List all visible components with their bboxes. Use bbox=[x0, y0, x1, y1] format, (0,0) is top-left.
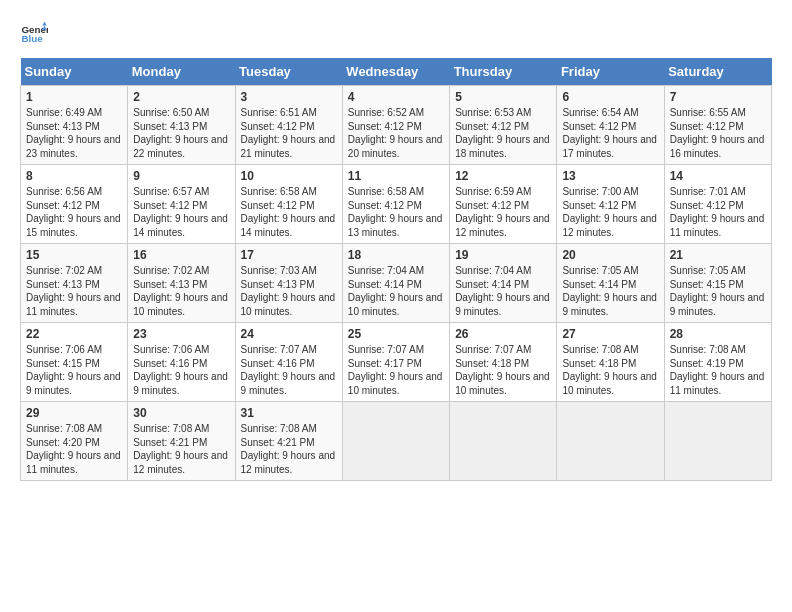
day-detail: Sunrise: 7:08 AMSunset: 4:19 PMDaylight:… bbox=[670, 343, 766, 397]
calendar-day-cell: 10Sunrise: 6:58 AMSunset: 4:12 PMDayligh… bbox=[235, 165, 342, 244]
calendar-day-cell: 12Sunrise: 6:59 AMSunset: 4:12 PMDayligh… bbox=[450, 165, 557, 244]
day-detail: Sunrise: 7:02 AMSunset: 4:13 PMDaylight:… bbox=[133, 264, 229, 318]
day-number: 16 bbox=[133, 248, 229, 262]
day-number: 23 bbox=[133, 327, 229, 341]
day-number: 11 bbox=[348, 169, 444, 183]
day-detail: Sunrise: 6:54 AMSunset: 4:12 PMDaylight:… bbox=[562, 106, 658, 160]
day-detail: Sunrise: 7:02 AMSunset: 4:13 PMDaylight:… bbox=[26, 264, 122, 318]
calendar-day-cell: 20Sunrise: 7:05 AMSunset: 4:14 PMDayligh… bbox=[557, 244, 664, 323]
day-number: 2 bbox=[133, 90, 229, 104]
calendar-day-cell: 9Sunrise: 6:57 AMSunset: 4:12 PMDaylight… bbox=[128, 165, 235, 244]
calendar-day-cell: 31Sunrise: 7:08 AMSunset: 4:21 PMDayligh… bbox=[235, 402, 342, 481]
day-number: 13 bbox=[562, 169, 658, 183]
day-detail: Sunrise: 6:57 AMSunset: 4:12 PMDaylight:… bbox=[133, 185, 229, 239]
calendar-day-cell: 13Sunrise: 7:00 AMSunset: 4:12 PMDayligh… bbox=[557, 165, 664, 244]
day-number: 19 bbox=[455, 248, 551, 262]
calendar-day-cell bbox=[664, 402, 771, 481]
calendar-table: SundayMondayTuesdayWednesdayThursdayFrid… bbox=[20, 58, 772, 481]
calendar-day-cell: 17Sunrise: 7:03 AMSunset: 4:13 PMDayligh… bbox=[235, 244, 342, 323]
day-number: 17 bbox=[241, 248, 337, 262]
day-detail: Sunrise: 7:08 AMSunset: 4:21 PMDaylight:… bbox=[241, 422, 337, 476]
calendar-day-cell: 5Sunrise: 6:53 AMSunset: 4:12 PMDaylight… bbox=[450, 86, 557, 165]
header: General Blue bbox=[20, 20, 772, 48]
day-detail: Sunrise: 7:05 AMSunset: 4:14 PMDaylight:… bbox=[562, 264, 658, 318]
day-number: 20 bbox=[562, 248, 658, 262]
calendar-day-cell bbox=[450, 402, 557, 481]
day-detail: Sunrise: 7:00 AMSunset: 4:12 PMDaylight:… bbox=[562, 185, 658, 239]
calendar-day-cell: 29Sunrise: 7:08 AMSunset: 4:20 PMDayligh… bbox=[21, 402, 128, 481]
logo-icon: General Blue bbox=[20, 20, 48, 48]
day-detail: Sunrise: 6:53 AMSunset: 4:12 PMDaylight:… bbox=[455, 106, 551, 160]
day-detail: Sunrise: 7:06 AMSunset: 4:15 PMDaylight:… bbox=[26, 343, 122, 397]
day-number: 8 bbox=[26, 169, 122, 183]
day-number: 25 bbox=[348, 327, 444, 341]
calendar-week-row: 15Sunrise: 7:02 AMSunset: 4:13 PMDayligh… bbox=[21, 244, 772, 323]
day-detail: Sunrise: 7:01 AMSunset: 4:12 PMDaylight:… bbox=[670, 185, 766, 239]
day-number: 27 bbox=[562, 327, 658, 341]
calendar-week-row: 8Sunrise: 6:56 AMSunset: 4:12 PMDaylight… bbox=[21, 165, 772, 244]
day-number: 10 bbox=[241, 169, 337, 183]
day-number: 14 bbox=[670, 169, 766, 183]
day-number: 24 bbox=[241, 327, 337, 341]
header-saturday: Saturday bbox=[664, 58, 771, 86]
calendar-day-cell: 15Sunrise: 7:02 AMSunset: 4:13 PMDayligh… bbox=[21, 244, 128, 323]
day-number: 26 bbox=[455, 327, 551, 341]
day-number: 15 bbox=[26, 248, 122, 262]
day-number: 28 bbox=[670, 327, 766, 341]
day-number: 9 bbox=[133, 169, 229, 183]
calendar-day-cell: 8Sunrise: 6:56 AMSunset: 4:12 PMDaylight… bbox=[21, 165, 128, 244]
calendar-day-cell: 27Sunrise: 7:08 AMSunset: 4:18 PMDayligh… bbox=[557, 323, 664, 402]
day-detail: Sunrise: 6:59 AMSunset: 4:12 PMDaylight:… bbox=[455, 185, 551, 239]
header-wednesday: Wednesday bbox=[342, 58, 449, 86]
calendar-day-cell: 14Sunrise: 7:01 AMSunset: 4:12 PMDayligh… bbox=[664, 165, 771, 244]
day-detail: Sunrise: 7:08 AMSunset: 4:20 PMDaylight:… bbox=[26, 422, 122, 476]
day-detail: Sunrise: 7:08 AMSunset: 4:21 PMDaylight:… bbox=[133, 422, 229, 476]
day-number: 22 bbox=[26, 327, 122, 341]
calendar-day-cell bbox=[342, 402, 449, 481]
day-detail: Sunrise: 7:04 AMSunset: 4:14 PMDaylight:… bbox=[455, 264, 551, 318]
header-thursday: Thursday bbox=[450, 58, 557, 86]
day-number: 4 bbox=[348, 90, 444, 104]
calendar-day-cell: 18Sunrise: 7:04 AMSunset: 4:14 PMDayligh… bbox=[342, 244, 449, 323]
calendar-day-cell: 26Sunrise: 7:07 AMSunset: 4:18 PMDayligh… bbox=[450, 323, 557, 402]
day-number: 1 bbox=[26, 90, 122, 104]
calendar-day-cell: 19Sunrise: 7:04 AMSunset: 4:14 PMDayligh… bbox=[450, 244, 557, 323]
day-number: 30 bbox=[133, 406, 229, 420]
day-detail: Sunrise: 7:04 AMSunset: 4:14 PMDaylight:… bbox=[348, 264, 444, 318]
calendar-day-cell bbox=[557, 402, 664, 481]
calendar-day-cell: 21Sunrise: 7:05 AMSunset: 4:15 PMDayligh… bbox=[664, 244, 771, 323]
calendar-day-cell: 7Sunrise: 6:55 AMSunset: 4:12 PMDaylight… bbox=[664, 86, 771, 165]
calendar-day-cell: 24Sunrise: 7:07 AMSunset: 4:16 PMDayligh… bbox=[235, 323, 342, 402]
calendar-day-cell: 6Sunrise: 6:54 AMSunset: 4:12 PMDaylight… bbox=[557, 86, 664, 165]
day-detail: Sunrise: 7:07 AMSunset: 4:17 PMDaylight:… bbox=[348, 343, 444, 397]
day-number: 18 bbox=[348, 248, 444, 262]
header-monday: Monday bbox=[128, 58, 235, 86]
day-detail: Sunrise: 7:05 AMSunset: 4:15 PMDaylight:… bbox=[670, 264, 766, 318]
header-sunday: Sunday bbox=[21, 58, 128, 86]
day-number: 21 bbox=[670, 248, 766, 262]
calendar-week-row: 1Sunrise: 6:49 AMSunset: 4:13 PMDaylight… bbox=[21, 86, 772, 165]
day-detail: Sunrise: 7:06 AMSunset: 4:16 PMDaylight:… bbox=[133, 343, 229, 397]
day-detail: Sunrise: 6:58 AMSunset: 4:12 PMDaylight:… bbox=[348, 185, 444, 239]
day-detail: Sunrise: 6:51 AMSunset: 4:12 PMDaylight:… bbox=[241, 106, 337, 160]
day-detail: Sunrise: 6:56 AMSunset: 4:12 PMDaylight:… bbox=[26, 185, 122, 239]
day-detail: Sunrise: 6:50 AMSunset: 4:13 PMDaylight:… bbox=[133, 106, 229, 160]
calendar-header-row: SundayMondayTuesdayWednesdayThursdayFrid… bbox=[21, 58, 772, 86]
header-tuesday: Tuesday bbox=[235, 58, 342, 86]
calendar-day-cell: 11Sunrise: 6:58 AMSunset: 4:12 PMDayligh… bbox=[342, 165, 449, 244]
calendar-day-cell: 28Sunrise: 7:08 AMSunset: 4:19 PMDayligh… bbox=[664, 323, 771, 402]
calendar-day-cell: 23Sunrise: 7:06 AMSunset: 4:16 PMDayligh… bbox=[128, 323, 235, 402]
calendar-day-cell: 22Sunrise: 7:06 AMSunset: 4:15 PMDayligh… bbox=[21, 323, 128, 402]
calendar-week-row: 29Sunrise: 7:08 AMSunset: 4:20 PMDayligh… bbox=[21, 402, 772, 481]
day-detail: Sunrise: 6:49 AMSunset: 4:13 PMDaylight:… bbox=[26, 106, 122, 160]
day-number: 5 bbox=[455, 90, 551, 104]
day-detail: Sunrise: 7:07 AMSunset: 4:18 PMDaylight:… bbox=[455, 343, 551, 397]
calendar-day-cell: 25Sunrise: 7:07 AMSunset: 4:17 PMDayligh… bbox=[342, 323, 449, 402]
day-detail: Sunrise: 6:58 AMSunset: 4:12 PMDaylight:… bbox=[241, 185, 337, 239]
day-number: 3 bbox=[241, 90, 337, 104]
calendar-week-row: 22Sunrise: 7:06 AMSunset: 4:15 PMDayligh… bbox=[21, 323, 772, 402]
calendar-day-cell: 16Sunrise: 7:02 AMSunset: 4:13 PMDayligh… bbox=[128, 244, 235, 323]
day-number: 31 bbox=[241, 406, 337, 420]
logo: General Blue bbox=[20, 20, 48, 48]
calendar-day-cell: 4Sunrise: 6:52 AMSunset: 4:12 PMDaylight… bbox=[342, 86, 449, 165]
